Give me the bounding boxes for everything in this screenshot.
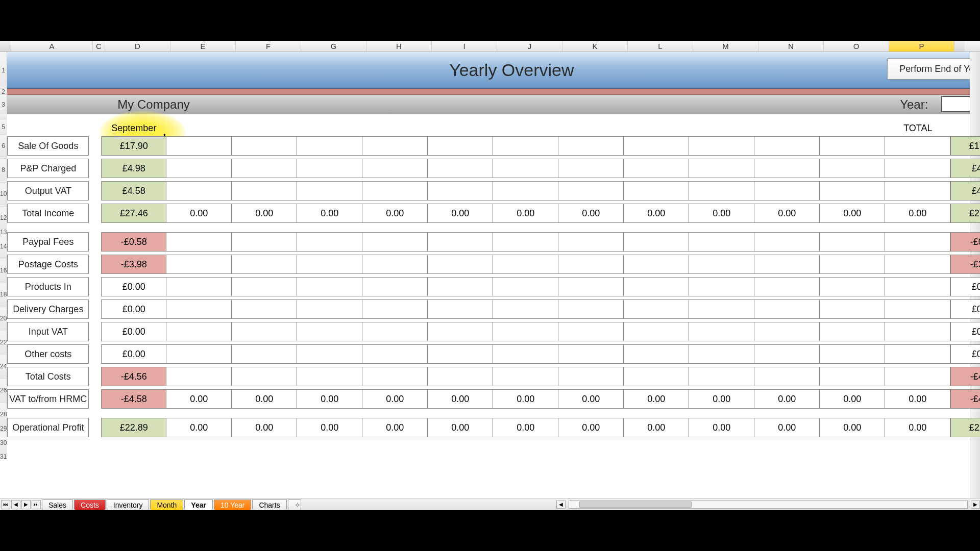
cell[interactable]: 0.00	[428, 418, 493, 437]
cell[interactable]	[820, 232, 885, 252]
row-header[interactable]: 18	[0, 283, 7, 306]
cell[interactable]	[232, 367, 297, 386]
cell[interactable]	[754, 181, 820, 201]
sheet-tab-inventory[interactable]: Inventory	[107, 499, 150, 510]
col-header[interactable]: M	[693, 41, 758, 52]
sheet-tab-month[interactable]: Month	[150, 499, 183, 510]
sheet-tab-costs[interactable]: Costs	[74, 499, 106, 510]
cell[interactable]	[558, 181, 624, 201]
cell[interactable]	[232, 232, 297, 252]
cell[interactable]: 0.00	[820, 204, 885, 223]
total-cell[interactable]: £0.00	[950, 277, 980, 296]
cell[interactable]: £0.00	[101, 299, 166, 319]
cell[interactable]: 0.00	[493, 389, 558, 409]
cell[interactable]	[689, 322, 754, 341]
cell[interactable]	[624, 181, 689, 201]
row-header[interactable]: 13	[0, 229, 7, 235]
cell[interactable]	[885, 181, 950, 201]
total-cell[interactable]: -£4.56	[950, 367, 980, 386]
col-header[interactable]: J	[497, 41, 562, 52]
cell[interactable]	[885, 344, 950, 364]
row-header[interactable]: 5	[0, 119, 7, 135]
cell[interactable]	[689, 367, 754, 386]
cell[interactable]	[428, 367, 493, 386]
cell[interactable]: -£4.58	[101, 389, 166, 409]
cell[interactable]	[624, 159, 689, 178]
cell[interactable]	[558, 232, 624, 252]
cell[interactable]	[624, 255, 689, 274]
cell[interactable]	[362, 277, 428, 296]
total-cell[interactable]: £4.98	[950, 159, 980, 178]
cell[interactable]: £0.00	[101, 322, 166, 341]
cell[interactable]	[428, 344, 493, 364]
cell[interactable]: 0.00	[297, 418, 362, 437]
cell[interactable]: 0.00	[885, 418, 950, 437]
cell[interactable]	[428, 299, 493, 319]
row-header[interactable]	[0, 114, 7, 119]
total-cell[interactable]: £0.00	[950, 299, 980, 319]
cell[interactable]	[689, 344, 754, 364]
cell[interactable]	[754, 255, 820, 274]
cell[interactable]: -£4.56	[101, 367, 166, 386]
cell[interactable]	[362, 299, 428, 319]
col-header[interactable]: L	[628, 41, 693, 52]
row-header[interactable]: 12	[0, 207, 7, 229]
cell[interactable]	[624, 299, 689, 319]
cell[interactable]	[689, 232, 754, 252]
cell[interactable]: 0.00	[362, 389, 428, 409]
hscroll-left-icon[interactable]: ◀	[556, 500, 566, 509]
cell[interactable]	[297, 299, 362, 319]
cell[interactable]	[624, 277, 689, 296]
sheet-tab-10-year[interactable]: 10 Year	[214, 499, 252, 510]
horizontal-scrollbar[interactable]	[569, 500, 968, 509]
row-header[interactable]: 24	[0, 355, 7, 378]
cell[interactable]	[232, 344, 297, 364]
cell[interactable]: 0.00	[754, 204, 820, 223]
row-header[interactable]: 30	[0, 432, 7, 454]
cell[interactable]	[689, 277, 754, 296]
cell[interactable]	[689, 255, 754, 274]
scrollbar-thumb[interactable]	[579, 502, 692, 508]
cell[interactable]	[232, 322, 297, 341]
cell[interactable]: -£3.98	[101, 255, 166, 274]
cell[interactable]	[820, 367, 885, 386]
col-header[interactable]: A	[11, 41, 93, 52]
cell[interactable]	[493, 232, 558, 252]
cell[interactable]	[754, 159, 820, 178]
cell[interactable]	[232, 136, 297, 156]
cell[interactable]	[885, 367, 950, 386]
cell[interactable]	[885, 277, 950, 296]
cell[interactable]: 0.00	[624, 204, 689, 223]
cell[interactable]	[297, 136, 362, 156]
cell[interactable]	[820, 299, 885, 319]
row-header[interactable]: 20	[0, 307, 7, 330]
row-header[interactable]: 2	[0, 89, 7, 95]
total-cell[interactable]: £0.00	[950, 322, 980, 341]
cell[interactable]	[362, 322, 428, 341]
tab-nav-next-icon[interactable]: ▶	[21, 500, 31, 509]
cell[interactable]	[493, 299, 558, 319]
cell[interactable]	[166, 159, 232, 178]
cell[interactable]	[232, 255, 297, 274]
cell[interactable]: £17.90	[101, 136, 166, 156]
cell[interactable]	[166, 255, 232, 274]
cell[interactable]	[820, 159, 885, 178]
cell[interactable]	[297, 322, 362, 341]
add-sheet-button[interactable]: ✧	[288, 499, 301, 510]
cell[interactable]: £4.98	[101, 159, 166, 178]
cell[interactable]	[166, 232, 232, 252]
cell[interactable]: 0.00	[624, 418, 689, 437]
cell[interactable]	[297, 277, 362, 296]
cell[interactable]: 0.00	[362, 204, 428, 223]
cell[interactable]: 0.00	[689, 389, 754, 409]
cell[interactable]	[754, 344, 820, 364]
cell[interactable]	[558, 367, 624, 386]
cell[interactable]	[558, 277, 624, 296]
cell[interactable]: 0.00	[232, 389, 297, 409]
cell[interactable]	[362, 232, 428, 252]
cell[interactable]	[558, 299, 624, 319]
cell[interactable]	[297, 367, 362, 386]
cell[interactable]	[297, 255, 362, 274]
total-cell[interactable]: £4.58	[950, 181, 980, 201]
cell[interactable]	[166, 299, 232, 319]
